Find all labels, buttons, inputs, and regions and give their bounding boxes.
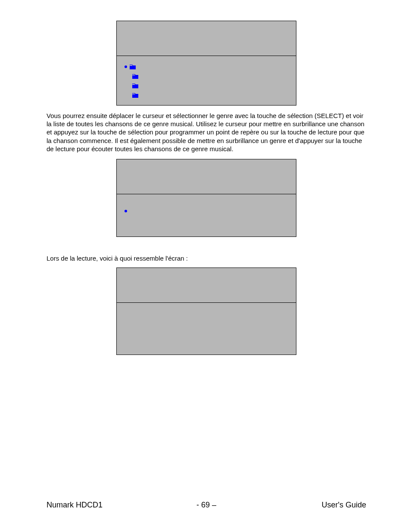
folder-row: [125, 81, 288, 90]
selection-dot-icon: [125, 210, 127, 212]
folder-row: [125, 90, 288, 100]
screen-top-area: [117, 21, 296, 56]
footer-page-number: - 69 –: [153, 501, 259, 510]
screen-selection-area: [117, 194, 296, 236]
folder-icon: [130, 65, 136, 69]
folder-row: [125, 72, 288, 81]
footer-product: Numark HDCD1: [47, 501, 153, 510]
screen-playback-area: [117, 303, 296, 355]
screen-top-area: [117, 268, 296, 303]
selection-dot-icon: [125, 65, 127, 68]
document-page: Vous pourrez ensuite déplacer le curseur…: [0, 0, 411, 532]
folder-icon: [132, 84, 138, 88]
folder-row-selected: [125, 62, 288, 72]
screen-mockup-3: [116, 268, 296, 355]
folder-icon: [132, 74, 138, 79]
screen-mockup-2: [116, 159, 296, 237]
folder-icon: [132, 93, 138, 98]
page-footer: Numark HDCD1 - 69 – User's Guide: [0, 501, 411, 510]
playback-intro-text: Lors de la lecture, voici à quoi ressemb…: [47, 254, 366, 262]
screen-folder-list: [117, 56, 296, 105]
body-paragraph: Vous pourrez ensuite déplacer le curseur…: [47, 112, 366, 153]
screen-top-area: [117, 159, 296, 194]
selection-row: [125, 206, 288, 216]
footer-doc-title: User's Guide: [260, 501, 366, 510]
screen-mockup-1: [116, 21, 296, 106]
